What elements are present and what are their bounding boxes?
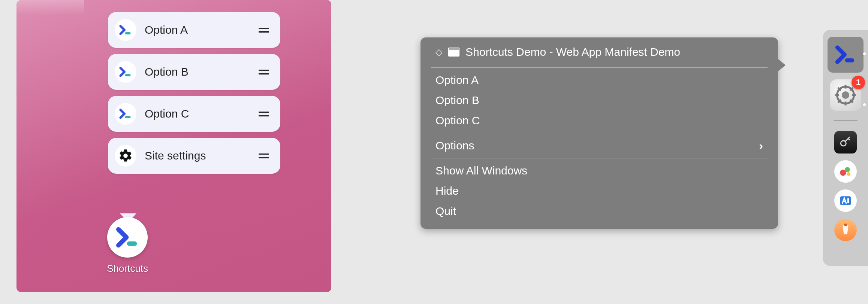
menu-item-label: Option A — [435, 74, 479, 86]
menu-separator — [431, 158, 768, 158]
svg-rect-1 — [125, 74, 131, 76]
svg-point-14 — [842, 91, 849, 99]
dock-app-system-settings[interactable]: 1 — [830, 79, 861, 111]
menu-title: Shortcuts Demo - Web App Manifest Demo — [465, 46, 680, 58]
shortcut-tile-option-a[interactable]: Option A — [108, 12, 280, 48]
drag-handle-icon[interactable] — [257, 28, 271, 33]
android-home-screen: Option A Option B Option C — [16, 0, 331, 292]
notification-badge: 1 — [852, 76, 865, 89]
shortcut-tile-site-settings[interactable]: Site settings — [108, 138, 280, 174]
svg-rect-3 — [127, 241, 137, 246]
diamond-icon: ◇ — [435, 47, 442, 57]
svg-rect-21 — [844, 224, 847, 226]
svg-rect-20 — [847, 198, 849, 203]
menu-item-label: Option C — [435, 114, 480, 127]
shortcut-label: Site settings — [145, 149, 257, 162]
svg-point-17 — [845, 167, 850, 172]
menu-item-show-all-windows[interactable]: Show All Windows — [421, 161, 778, 181]
menu-item-option-b[interactable]: Option B — [421, 90, 778, 110]
menu-item-option-a[interactable]: Option A — [421, 70, 778, 90]
shortcut-label: Option B — [145, 66, 257, 78]
svg-point-18 — [847, 172, 850, 176]
chevron-right-icon: › — [759, 140, 763, 152]
dock-app-shortcuts-demo[interactable] — [828, 37, 864, 73]
dock-app-misc-2[interactable] — [834, 189, 857, 212]
drag-handle-icon[interactable] — [257, 112, 271, 116]
menu-item-option-c[interactable]: Option C — [421, 110, 778, 131]
menu-item-label: Hide — [435, 185, 459, 197]
running-indicator-dot — [863, 52, 866, 55]
dock-app-misc-1[interactable] — [834, 160, 857, 183]
menu-item-hide[interactable]: Hide — [421, 181, 778, 201]
mac-dock: 1 — [823, 30, 868, 266]
window-icon — [448, 48, 459, 57]
app-launcher-icon[interactable] — [107, 217, 148, 258]
svg-rect-4 — [845, 58, 854, 63]
gear-icon — [115, 145, 136, 167]
svg-rect-0 — [125, 32, 131, 34]
shortcut-label: Option A — [145, 24, 257, 36]
app-logo-icon — [115, 103, 136, 125]
app-launcher-label: Shortcuts — [91, 263, 163, 274]
menu-title-row[interactable]: ◇ Shortcuts Demo - Web App Manifest Demo — [421, 43, 778, 65]
menu-separator — [431, 133, 768, 133]
dock-app-misc-3[interactable] — [834, 219, 857, 241]
menu-item-label: Show All Windows — [435, 164, 527, 177]
shortcut-label: Option C — [145, 107, 257, 120]
drag-handle-icon[interactable] — [257, 153, 271, 158]
menu-separator — [431, 67, 768, 68]
app-logo-icon — [115, 19, 136, 41]
mac-dock-menu: ◇ Shortcuts Demo - Web App Manifest Demo… — [421, 37, 778, 229]
shortcut-tile-option-b[interactable]: Option B — [108, 54, 280, 90]
app-logo-icon — [115, 61, 136, 83]
shortcut-popup: Option A Option B Option C — [108, 12, 280, 174]
svg-rect-2 — [125, 116, 131, 118]
running-indicator-dot — [863, 103, 866, 106]
drag-handle-icon[interactable] — [257, 70, 271, 75]
dock-app-keychain[interactable] — [834, 131, 857, 153]
menu-item-label: Option B — [435, 94, 479, 107]
menu-item-options[interactable]: Options › — [421, 136, 778, 156]
dock-separator — [834, 120, 858, 121]
menu-item-quit[interactable]: Quit — [421, 201, 778, 221]
shortcut-tile-option-c[interactable]: Option C — [108, 96, 280, 132]
menu-item-label: Options — [435, 139, 474, 152]
menu-item-label: Quit — [435, 205, 456, 218]
